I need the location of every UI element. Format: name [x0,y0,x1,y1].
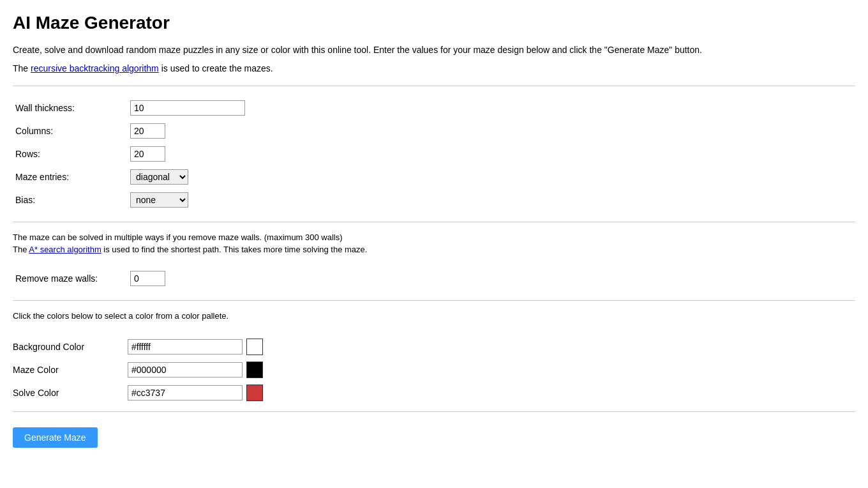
solve-info-line2: The A* search algorithm is used to find … [13,245,855,254]
divider-2 [13,222,855,222]
rows-row: Rows: [13,142,855,165]
wall-thickness-input[interactable] [130,100,245,116]
remove-walls-row: Remove maze walls: [13,267,855,290]
solve-color-input[interactable] [128,385,243,400]
solve-color-swatch[interactable] [246,385,263,401]
remove-walls-input[interactable] [130,271,165,286]
maze-color-swatch[interactable] [246,362,263,378]
maze-color-input[interactable] [128,362,243,377]
astar-prefix: The [13,245,29,254]
columns-row: Columns: [13,119,855,142]
generate-maze-button[interactable]: Generate Maze [13,427,98,448]
page-title: AI Maze Generator [13,13,855,33]
wall-thickness-row: Wall thickness: [13,96,855,119]
background-color-swatch[interactable] [246,339,263,355]
color-settings: Background Color Maze Color Solve Color [13,339,855,401]
astar-suffix: is used to find the shortest path. This … [101,245,368,254]
remove-walls-form: Remove maze walls: [13,267,855,290]
background-color-label: Background Color [13,342,128,352]
divider-4 [13,411,855,412]
maze-entries-select[interactable]: diagonal horizontal vertical none [130,169,188,185]
wall-thickness-label: Wall thickness: [13,96,128,119]
divider-3 [13,300,855,301]
solve-color-label: Solve Color [13,388,128,398]
rows-input[interactable] [130,146,165,162]
maze-entries-label: Maze entries: [13,165,128,188]
solve-info-line1: The maze can be solved in multiple ways … [13,233,855,242]
settings-form: Wall thickness: Columns: Rows: Maze entr… [13,96,855,211]
page-description: Create, solve and download random maze p… [13,43,855,57]
maze-color-row: Maze Color [13,362,855,378]
rows-label: Rows: [13,142,128,165]
columns-label: Columns: [13,119,128,142]
remove-walls-label: Remove maze walls: [13,267,128,290]
maze-entries-row: Maze entries: diagonal horizontal vertic… [13,165,855,188]
algorithm-description: The recursive backtracking algorithm is … [13,62,855,75]
astar-link[interactable]: A* search algorithm [29,245,101,254]
maze-color-label: Maze Color [13,365,128,375]
background-color-row: Background Color [13,339,855,355]
bias-label: Bias: [13,188,128,211]
columns-input[interactable] [130,123,165,139]
bias-select[interactable]: none horizontal vertical [130,192,188,208]
bias-row: Bias: none horizontal vertical [13,188,855,211]
algorithm-suffix: is used to create the mazes. [159,63,273,73]
divider-1 [13,86,855,86]
color-instruction: Click the colors below to select a color… [13,311,855,321]
recursive-backtracking-link[interactable]: recursive backtracking algorithm [31,63,159,73]
solve-color-row: Solve Color [13,385,855,401]
algorithm-prefix: The [13,63,31,73]
background-color-input[interactable] [128,339,243,355]
